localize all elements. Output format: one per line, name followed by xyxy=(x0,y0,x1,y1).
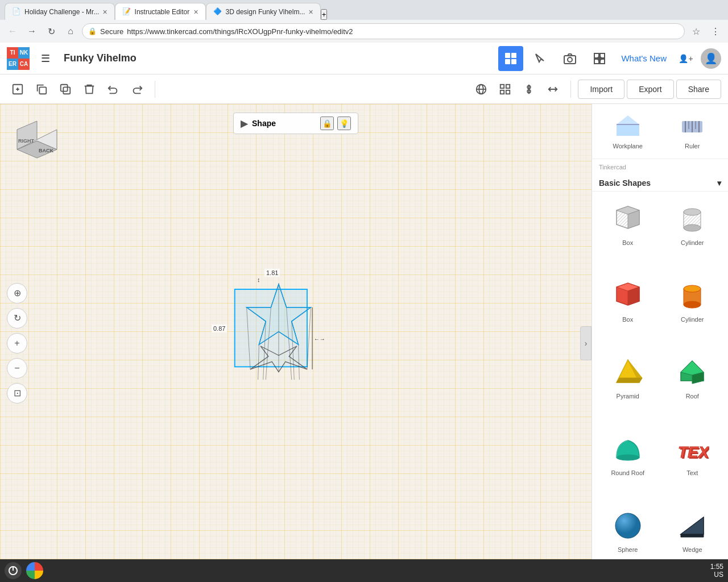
tab-favicon-3: 🔷 xyxy=(213,7,222,16)
box-gray-label: Box xyxy=(622,239,633,246)
grid-view-button[interactable] xyxy=(498,46,523,71)
camera-icon xyxy=(563,52,577,65)
align-icon xyxy=(523,83,535,95)
shapes-grid: Box xyxy=(592,192,728,582)
flip-button[interactable] xyxy=(542,78,564,100)
tab-close-3[interactable]: × xyxy=(308,7,313,16)
shape-item-round-roof[interactable]: Round Roof xyxy=(597,426,659,501)
copy-button[interactable] xyxy=(31,78,52,100)
tinkercad-logo: TI NK ER CA xyxy=(7,47,30,70)
browser-menu-button[interactable]: ⋮ xyxy=(708,23,723,39)
svg-point-74 xyxy=(617,455,639,460)
duplicate-button[interactable] xyxy=(55,78,76,100)
tab-label-3: 3D design Funky Vihelm... xyxy=(226,8,305,16)
import-button[interactable]: Import xyxy=(578,80,624,99)
logo-cell-br: CA xyxy=(18,59,30,70)
workplane-icon xyxy=(614,113,642,140)
taskbar-power-button[interactable] xyxy=(5,562,22,579)
ruler-button[interactable]: Ruler xyxy=(661,109,724,154)
round-roof-icon xyxy=(610,431,646,467)
delete-icon xyxy=(83,83,96,95)
shapes-category-label: Basic Shapes xyxy=(599,178,717,188)
pick-tool-button[interactable] xyxy=(528,46,553,71)
svg-point-60 xyxy=(684,209,701,215)
new-design-button[interactable] xyxy=(7,78,28,100)
add-user-button[interactable]: 👤+ xyxy=(676,48,696,69)
workplane-label: Workplane xyxy=(613,143,643,149)
shape-item-box-gray[interactable]: Box xyxy=(597,196,659,271)
bookmark-button[interactable]: ☆ xyxy=(688,23,704,39)
undo-button[interactable] xyxy=(102,78,124,100)
canvas-area[interactable]: RIGHT BACK ⊕ ↻ + − ⊡ ▶ Shape 🔒 💡 xyxy=(0,104,592,582)
shape-item-box-red[interactable]: Box xyxy=(597,273,659,347)
workplane-button[interactable]: Workplane xyxy=(597,109,659,154)
zoom-fit-button[interactable]: ⊡ xyxy=(7,383,27,404)
shape-item-pyramid[interactable]: Pyramid xyxy=(597,350,659,424)
svg-marker-70 xyxy=(617,378,642,383)
flip-icon xyxy=(547,83,559,95)
tab-close-2[interactable]: × xyxy=(193,7,198,16)
shapes-dropdown[interactable]: Basic Shapes ▾ xyxy=(592,175,728,192)
zoom-in-button[interactable]: + xyxy=(7,333,27,354)
shape-panel: ▶ Shape 🔒 💡 xyxy=(233,113,358,134)
shape-item-roof[interactable]: Roof xyxy=(661,350,724,424)
address-bar[interactable]: 🔒 Secure https://www.tinkercad.com/thing… xyxy=(82,23,685,39)
grid-snap-button[interactable] xyxy=(494,78,516,100)
pan-button[interactable]: ⊕ xyxy=(7,283,27,304)
main-area: RIGHT BACK ⊕ ↻ + − ⊡ ▶ Shape 🔒 💡 xyxy=(0,104,728,582)
user-avatar[interactable]: 👤 xyxy=(701,48,721,69)
svg-rect-19 xyxy=(506,84,510,88)
share-button[interactable]: Share xyxy=(676,80,721,99)
align-button[interactable] xyxy=(518,78,540,100)
shape-item-text[interactable]: TEXT TEXT Text xyxy=(661,426,724,501)
box-red-label: Box xyxy=(622,316,633,323)
back-button[interactable]: ← xyxy=(5,23,20,39)
grid-view-icon xyxy=(504,52,518,65)
browser-toolbar: ← → ↻ ⌂ 🔒 Secure https://www.tinkercad.c… xyxy=(0,20,728,43)
copy-icon xyxy=(35,83,48,95)
browser-tab-2[interactable]: 📝 Instructable Editor × xyxy=(115,3,206,20)
new-design-icon xyxy=(11,83,24,95)
logo-box: TI NK ER CA xyxy=(7,47,30,70)
rotate-button[interactable]: ↻ xyxy=(7,308,27,329)
browser-tab-1[interactable]: 📄 Holiday Challenge - Mr... × xyxy=(5,3,115,20)
panel-collapse-arrow[interactable]: › xyxy=(580,326,592,360)
cylinder-orange-label: Cylinder xyxy=(681,316,704,323)
zoom-out-button[interactable]: − xyxy=(7,358,27,379)
tab-close-1[interactable]: × xyxy=(102,7,107,16)
wedge-icon xyxy=(674,508,710,544)
svg-point-67 xyxy=(684,301,701,308)
home-button[interactable]: ⌂ xyxy=(63,23,78,39)
redo-button[interactable] xyxy=(126,78,148,100)
shape-item-cylinder-gray[interactable]: Cylinder xyxy=(661,196,724,271)
shape-panel-title: Shape xyxy=(252,119,276,128)
svg-point-77 xyxy=(615,513,640,538)
dimension-x-label: 1.81 xyxy=(264,268,280,276)
export-button[interactable]: Export xyxy=(627,80,673,99)
shape-item-cylinder-orange[interactable]: Cylinder xyxy=(661,273,724,347)
taskbar-clock: 1:55 US xyxy=(710,563,723,579)
lock-icon-button[interactable]: 🔒 xyxy=(320,117,334,130)
browser-tab-3[interactable]: 🔷 3D design Funky Vihelm... × xyxy=(206,3,321,20)
whats-new-button[interactable]: What's New xyxy=(617,53,671,63)
perspective-button[interactable] xyxy=(470,78,492,100)
new-tab-button[interactable]: + xyxy=(321,9,328,20)
camera-button[interactable] xyxy=(557,46,582,71)
ruler-label: Ruler xyxy=(685,143,700,149)
svg-text:RIGHT: RIGHT xyxy=(18,138,35,144)
view-cube[interactable]: RIGHT BACK xyxy=(11,115,63,167)
delete-button[interactable] xyxy=(78,78,100,100)
svg-rect-14 xyxy=(63,87,70,94)
duplicate-icon xyxy=(59,83,72,95)
secure-icon: 🔒 xyxy=(88,27,97,35)
workplane-ruler: Workplane Ruler xyxy=(592,104,728,159)
light-icon-button[interactable]: 💡 xyxy=(337,117,351,130)
power-icon xyxy=(7,565,19,576)
view-cube-svg: RIGHT BACK xyxy=(11,115,63,167)
group-button[interactable] xyxy=(587,46,612,71)
taskbar-chrome-button[interactable] xyxy=(26,562,43,579)
forward-button[interactable]: → xyxy=(24,23,40,39)
svg-rect-3 xyxy=(511,59,516,64)
hamburger-menu-button[interactable]: ☰ xyxy=(36,49,55,68)
reload-button[interactable]: ↻ xyxy=(43,23,59,39)
